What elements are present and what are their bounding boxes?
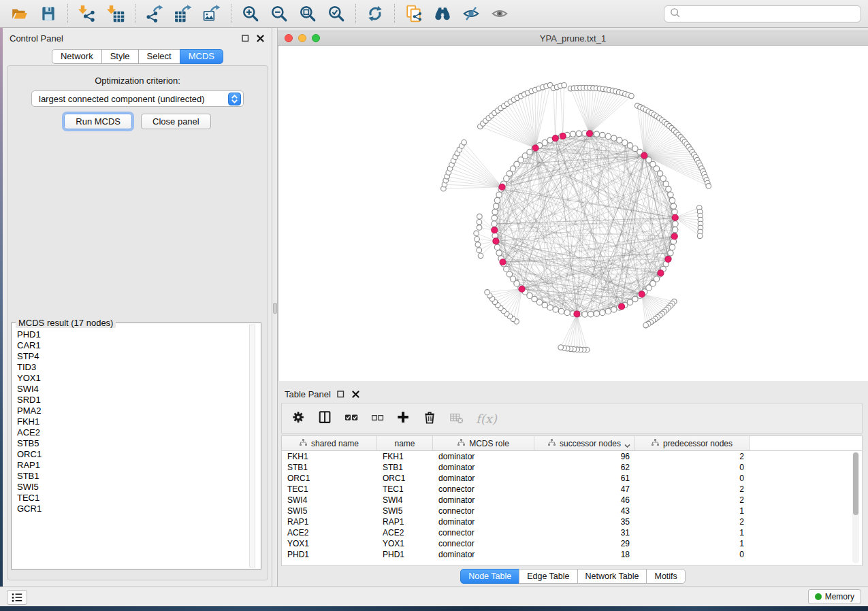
network-dominator-node[interactable] xyxy=(519,286,525,292)
close-panel-button[interactable]: Close panel xyxy=(141,114,211,129)
column-header-successor-nodes[interactable]: successor nodes xyxy=(534,436,635,450)
network-node[interactable] xyxy=(672,209,677,214)
mcds-result-item[interactable]: STP4 xyxy=(12,351,247,362)
export-network-button[interactable] xyxy=(140,1,169,26)
network-node[interactable] xyxy=(477,225,482,231)
tab-node-table[interactable]: Node Table xyxy=(460,569,519,584)
network-dominator-node[interactable] xyxy=(619,303,625,310)
tab-motifs[interactable]: Motifs xyxy=(646,569,685,584)
column-header-shared-name[interactable]: shared name xyxy=(282,436,377,450)
mcds-result-item[interactable]: ORC1 xyxy=(12,449,247,460)
table-row[interactable]: SWI4SWI4dominator462 xyxy=(282,495,862,506)
network-node[interactable] xyxy=(622,140,628,146)
float-panel-icon[interactable] xyxy=(336,389,346,399)
table-row[interactable]: RAP1RAP1dominator352 xyxy=(282,516,862,527)
network-node[interactable] xyxy=(697,233,703,239)
table-row[interactable]: YOX1YOX1connector291 xyxy=(282,538,862,549)
tab-network[interactable]: Network xyxy=(52,49,102,64)
table-row[interactable]: ORC1ORC1dominator610 xyxy=(282,473,862,484)
network-node[interactable] xyxy=(492,215,497,220)
network-window-titlebar[interactable]: YPA_prune.txt_1 xyxy=(278,31,868,46)
open-session-button[interactable] xyxy=(5,1,34,26)
import-network-button[interactable] xyxy=(73,1,101,26)
mcds-result-item[interactable]: GCR1 xyxy=(12,503,247,514)
table-row[interactable]: ACE2ACE2connector311 xyxy=(282,527,862,538)
mcds-result-item[interactable]: TEC1 xyxy=(12,493,247,503)
mcds-result-item[interactable]: FKH1 xyxy=(12,416,247,427)
network-node[interactable] xyxy=(673,227,678,233)
deselect-all-button[interactable] xyxy=(371,408,385,429)
network-node[interactable] xyxy=(576,131,581,136)
zoom-in-button[interactable] xyxy=(236,1,265,26)
tab-network-table[interactable]: Network Table xyxy=(577,569,647,584)
table-row[interactable]: PHD1PHD1dominator180 xyxy=(282,549,862,560)
network-node[interactable] xyxy=(600,132,605,137)
network-node[interactable] xyxy=(627,299,632,305)
network-node[interactable] xyxy=(504,266,509,271)
mcds-result-item[interactable]: PHD1 xyxy=(12,329,247,340)
network-node[interactable] xyxy=(582,312,588,317)
network-node[interactable] xyxy=(605,133,611,139)
refresh-layout-button[interactable] xyxy=(361,1,389,26)
network-node[interactable] xyxy=(668,192,673,197)
network-node[interactable] xyxy=(660,176,666,181)
network-node[interactable] xyxy=(611,307,617,312)
network-node[interactable] xyxy=(669,197,675,203)
network-dominator-node[interactable] xyxy=(532,145,539,151)
import-table-button[interactable] xyxy=(101,1,130,26)
network-node[interactable] xyxy=(496,192,502,197)
splitter-handle[interactable] xyxy=(273,303,277,314)
network-dominator-node[interactable] xyxy=(552,135,558,142)
network-node[interactable] xyxy=(475,242,481,248)
network-node[interactable] xyxy=(663,181,669,186)
mcds-result-scrollbar[interactable] xyxy=(249,325,255,567)
network-node[interactable] xyxy=(668,250,673,256)
mcds-result-item[interactable]: SRD1 xyxy=(12,395,247,406)
network-node[interactable] xyxy=(493,203,498,209)
network-node[interactable] xyxy=(504,176,509,181)
network-node[interactable] xyxy=(478,253,483,259)
show-panels-list-button[interactable] xyxy=(7,590,27,605)
mcds-result-item[interactable]: SWI4 xyxy=(12,384,247,395)
mcds-result-item[interactable]: RAP1 xyxy=(12,460,247,471)
network-node[interactable] xyxy=(562,83,567,88)
network-node[interactable] xyxy=(671,203,676,209)
save-session-button[interactable] xyxy=(34,1,63,26)
memory-button[interactable]: Memory xyxy=(808,589,861,604)
column-header-predecessor-nodes[interactable]: predecessor nodes xyxy=(635,436,750,450)
network-node[interactable] xyxy=(611,135,617,141)
table-row[interactable]: FKH1FKH1dominator962 xyxy=(282,451,862,462)
network-node[interactable] xyxy=(594,311,599,316)
hide-selected-button[interactable] xyxy=(457,1,485,26)
network-dominator-node[interactable] xyxy=(658,270,664,276)
search-binoculars-button[interactable] xyxy=(428,1,457,26)
zoom-selected-button[interactable] xyxy=(322,1,351,26)
table-scrollbar-thumb[interactable] xyxy=(853,452,858,515)
network-node[interactable] xyxy=(507,271,512,277)
network-dominator-node[interactable] xyxy=(587,131,593,137)
network-node[interactable] xyxy=(542,302,547,308)
table-row[interactable]: STB1STB1dominator620 xyxy=(282,462,862,473)
network-dominator-node[interactable] xyxy=(665,257,671,263)
network-node[interactable] xyxy=(564,310,570,315)
network-node[interactable] xyxy=(474,231,479,236)
network-dominator-node[interactable] xyxy=(499,184,505,190)
tab-select[interactable]: Select xyxy=(138,49,180,64)
mcds-result-item[interactable]: PMA2 xyxy=(12,406,247,416)
network-node[interactable] xyxy=(536,299,542,305)
zoom-fit-button[interactable] xyxy=(293,1,322,26)
float-panel-icon[interactable] xyxy=(240,33,250,43)
table-scrollbar[interactable] xyxy=(852,452,859,563)
search-input[interactable] xyxy=(685,7,861,21)
network-node[interactable] xyxy=(627,143,632,148)
network-dominator-node[interactable] xyxy=(641,152,647,159)
column-header-name[interactable]: name xyxy=(377,436,433,450)
network-dominator-node[interactable] xyxy=(500,259,506,265)
network-node[interactable] xyxy=(666,186,671,192)
network-dominator-node[interactable] xyxy=(560,133,566,139)
network-node[interactable] xyxy=(462,140,467,146)
close-panel-icon[interactable] xyxy=(255,33,265,43)
network-node[interactable] xyxy=(629,93,634,99)
table-settings-button[interactable] xyxy=(291,408,306,429)
mcds-result-item[interactable]: ACE2 xyxy=(12,427,247,438)
